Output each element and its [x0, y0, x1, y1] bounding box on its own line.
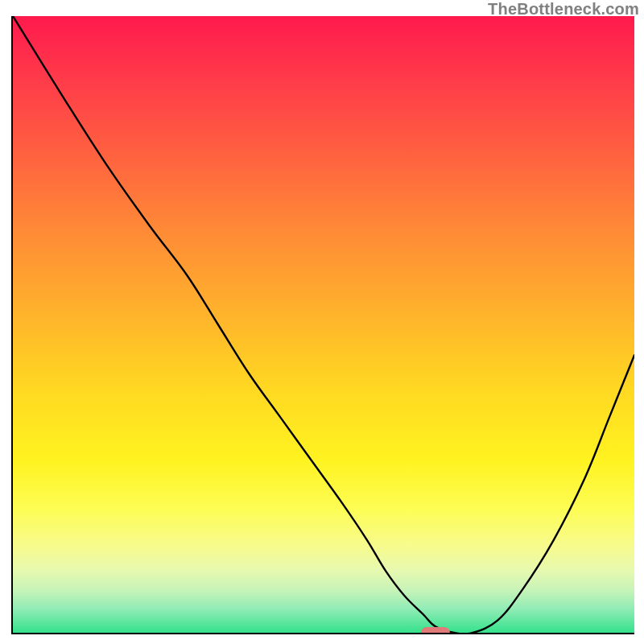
- bottleneck-curve-path: [13, 16, 634, 633]
- optimal-point-marker: [421, 627, 450, 634]
- plot-area: [11, 16, 634, 634]
- curve-svg: [13, 16, 634, 633]
- bottleneck-chart: TheBottleneck.com: [0, 0, 644, 644]
